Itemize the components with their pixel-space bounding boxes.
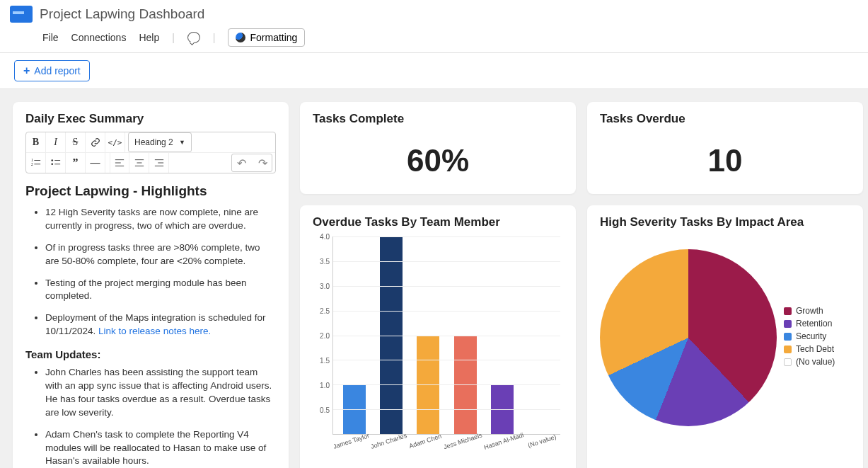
plus-icon: + — [23, 64, 30, 77]
tasks-overdue-card: Tasks Overdue 10 — [587, 102, 863, 194]
app-logo-icon — [10, 6, 33, 23]
card-title: High Severity Tasks By Impact Area — [600, 215, 850, 229]
list-item: Of in progress tasks three are >80% comp… — [45, 241, 276, 268]
svg-point-4 — [51, 159, 53, 161]
exec-summary-card: Daily Exec Summary B I S </> Heading 2 ▼… — [13, 102, 289, 468]
y-axis-tick: 3.0 — [320, 282, 330, 290]
menu-help[interactable]: Help — [139, 32, 159, 43]
align-left-button[interactable] — [110, 153, 129, 173]
chevron-down-icon: ▼ — [179, 139, 185, 146]
highlights-heading: Project Lapwing - Highlights — [25, 183, 276, 199]
legend-swatch — [784, 333, 792, 341]
legend-item[interactable]: Tech Debt — [784, 344, 835, 354]
top-bar: Project Lapwing Dashboard File Connectio… — [0, 0, 868, 53]
menu-divider: | — [172, 32, 175, 43]
list-item: John Charles has been assisting the supp… — [45, 366, 276, 420]
y-axis-tick: 2.0 — [320, 332, 330, 340]
card-title: Tasks Complete — [313, 112, 563, 126]
bar-chart: 0.51.01.52.02.53.03.54.0 James TaylorJoh… — [332, 236, 560, 449]
card-title: Daily Exec Summary — [25, 112, 276, 126]
severity-pie-chart-card: High Severity Tasks By Impact Area Growt… — [587, 205, 863, 468]
legend-label: Security — [796, 331, 826, 341]
y-axis-tick: 3.5 — [320, 258, 330, 266]
list-item: Deployment of the Maps integration is sc… — [45, 312, 276, 338]
heading-select[interactable]: Heading 2 ▼ — [128, 132, 192, 152]
legend-label: Growth — [796, 306, 823, 316]
rich-text-toolbar: B I S </> Heading 2 ▼ 12 ” — — [25, 132, 276, 173]
add-report-button[interactable]: + Add report — [14, 60, 90, 81]
y-axis-tick: 0.5 — [320, 406, 330, 414]
list-item: Adam Chen's task to complete the Reporti… — [45, 428, 276, 468]
align-right-button[interactable] — [149, 153, 169, 173]
menu-file[interactable]: File — [42, 32, 59, 43]
legend-label: (No value) — [796, 357, 835, 367]
comments-icon[interactable] — [187, 32, 200, 43]
undo-button[interactable]: ↶ — [232, 154, 250, 171]
team-updates-list: John Charles has been assisting the supp… — [25, 366, 276, 468]
horizontal-rule-button[interactable]: — — [86, 153, 105, 173]
highlights-list: 12 High Severity tasks are now complete,… — [25, 206, 276, 338]
code-button[interactable]: </> — [105, 132, 125, 152]
legend-swatch — [784, 346, 792, 353]
legend-item[interactable]: Security — [784, 331, 835, 341]
pie-legend: GrowthRetentionSecurityTech Debt(No valu… — [784, 306, 835, 370]
y-axis-tick: 1.0 — [320, 382, 330, 389]
legend-item[interactable]: Retention — [784, 319, 835, 329]
list-item: 12 High Severity tasks are now complete,… — [45, 206, 276, 233]
list-item: Testing of the project merging module ha… — [45, 277, 276, 304]
legend-swatch — [784, 320, 792, 328]
action-bar: + Add report — [0, 53, 868, 89]
unordered-list-button[interactable] — [46, 153, 66, 173]
kpi-value: 60% — [313, 132, 563, 184]
document-title[interactable]: Project Lapwing Dashboard — [40, 6, 204, 22]
tasks-complete-card: Tasks Complete 60% — [300, 102, 576, 194]
pie-chart — [600, 249, 777, 426]
legend-item[interactable]: (No value) — [784, 357, 835, 367]
x-axis-label: (No value) — [524, 432, 560, 450]
dashboard-grid: Daily Exec Summary B I S </> Heading 2 ▼… — [0, 89, 868, 468]
release-notes-link[interactable]: Link to release notes here. — [98, 326, 211, 336]
card-title: Overdue Tasks By Team Member — [313, 215, 563, 229]
legend-item[interactable]: Growth — [784, 306, 835, 316]
link-button[interactable] — [86, 132, 105, 152]
add-report-label: Add report — [34, 65, 80, 76]
italic-button[interactable]: I — [46, 132, 66, 152]
legend-swatch — [784, 307, 792, 315]
y-axis-tick: 4.0 — [320, 233, 330, 241]
menu-divider: | — [213, 32, 216, 43]
legend-swatch — [784, 358, 792, 366]
formatting-button[interactable]: Formatting — [228, 28, 305, 47]
legend-label: Tech Debt — [796, 344, 834, 354]
formatting-label: Formatting — [250, 32, 297, 43]
menu-connections[interactable]: Connections — [71, 32, 127, 43]
svg-text:2: 2 — [31, 162, 33, 166]
team-updates-heading: Team Updates: — [25, 348, 276, 360]
y-axis-tick: 1.5 — [320, 357, 330, 365]
strikethrough-button[interactable]: S — [66, 132, 86, 152]
blockquote-button[interactable]: ” — [66, 153, 86, 173]
kpi-value: 10 — [600, 132, 850, 184]
card-title: Tasks Overdue — [600, 112, 850, 126]
svg-point-6 — [51, 163, 53, 165]
heading-select-label: Heading 2 — [134, 137, 173, 147]
align-center-button[interactable] — [129, 153, 149, 173]
bold-button[interactable]: B — [26, 132, 46, 152]
ordered-list-button[interactable]: 12 — [26, 153, 46, 173]
palette-icon — [236, 33, 245, 42]
y-axis-tick: 2.5 — [320, 307, 330, 315]
overdue-bar-chart-card: Overdue Tasks By Team Member 0.51.01.52.… — [300, 205, 576, 468]
x-axis-label: Adam Chen — [407, 432, 444, 450]
legend-label: Retention — [796, 319, 832, 329]
redo-button[interactable]: ↷ — [253, 154, 272, 171]
